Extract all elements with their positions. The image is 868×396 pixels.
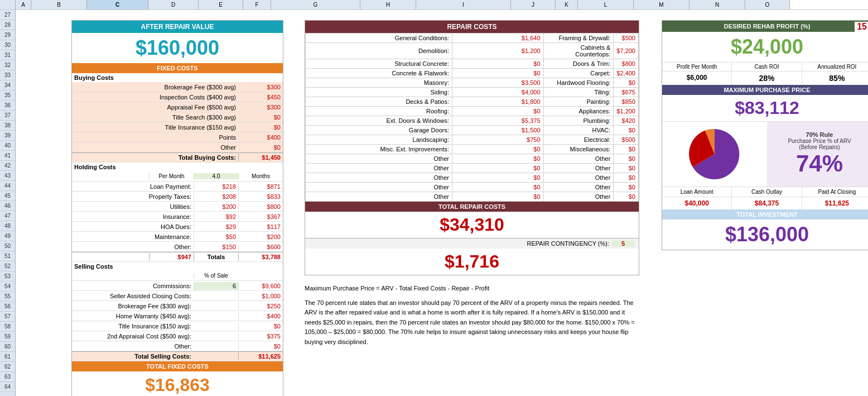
title-ins-sell-value[interactable]: $0: [238, 322, 283, 330]
repair-other1-value[interactable]: $0: [452, 154, 544, 164]
repair-other4-value[interactable]: $0: [452, 183, 544, 192]
rule-70-sublabel: Purchase Price % of ARV: [788, 138, 851, 144]
selling-row-1: Commissions: 6 $9,600: [72, 281, 283, 291]
desired-rehab-pct[interactable]: 15: [855, 22, 868, 32]
selling-other-label: Other:: [72, 342, 194, 350]
repair-other-r3-value[interactable]: $0: [614, 173, 639, 183]
property-taxes-pm[interactable]: $208: [194, 193, 238, 201]
carpet-value[interactable]: $2,400: [614, 69, 639, 78]
holding-other-label: Other:: [72, 243, 194, 251]
demolition-value[interactable]: $1,200: [452, 43, 544, 59]
cabinets-value[interactable]: $7,200: [614, 43, 639, 59]
tiling-value[interactable]: $675: [614, 88, 639, 97]
electrical-value[interactable]: $500: [614, 135, 639, 145]
months-header: Months: [238, 173, 283, 179]
appraisal-fee-value[interactable]: $300: [238, 103, 283, 111]
appraisal2-value[interactable]: $375: [238, 332, 283, 340]
brokerage-fee-value[interactable]: $300: [238, 83, 283, 91]
ext-doors-label: Ext. Doors & Windows:: [306, 116, 452, 126]
col-header-n: N: [689, 0, 745, 9]
insurance-pm[interactable]: $92: [194, 213, 238, 221]
warranty-value[interactable]: $400: [238, 312, 283, 320]
total-repair-costs-value: $34,310: [305, 212, 639, 238]
brokerage-sell-value[interactable]: $250: [238, 302, 283, 310]
holding-other-pm[interactable]: $150: [194, 243, 238, 251]
buying-other-value[interactable]: $0: [238, 144, 283, 151]
repair-other-r5-value[interactable]: $0: [614, 192, 639, 202]
holding-row-6: Maintenance: $50 $200: [72, 232, 283, 242]
title-search-value[interactable]: $0: [238, 113, 283, 121]
repair-other-r1-value[interactable]: $0: [614, 154, 639, 164]
col-header-g: G: [271, 0, 360, 9]
warranty-label: Home Warranty ($450 avg):: [72, 312, 194, 320]
hvac-label: HVAC:: [543, 126, 614, 135]
holding-rows: Loan Payment: $218 $871 Property Taxes: …: [72, 182, 283, 252]
misc-ext-label: Misc. Ext. Improvements:: [306, 145, 452, 154]
ext-doors-value[interactable]: $5,375: [452, 116, 544, 126]
doors-trim-value[interactable]: $800: [614, 59, 639, 69]
inspection-costs-value[interactable]: $450: [238, 93, 283, 101]
col-header-c: C: [87, 0, 148, 9]
repair-contingency-pct[interactable]: 5: [612, 240, 634, 247]
pie-chart: [687, 126, 742, 182]
holding-costs-label: Holding Costs: [72, 163, 283, 171]
repair-other3-value[interactable]: $0: [452, 173, 544, 183]
repair-tr-13: Other $0 Other $0: [306, 154, 639, 164]
repair-contingency-row: REPAIR CONTINGENCY (%): 5: [305, 238, 639, 249]
repair-tr-1: General Conditions: $1,640 Framing & Dry…: [306, 34, 639, 43]
concrete-value[interactable]: $0: [452, 69, 544, 78]
total-selling-costs-value: $11,625: [238, 352, 283, 360]
col-header-e: E: [199, 0, 243, 9]
months-value-cell[interactable]: 4.0: [194, 173, 238, 179]
repair-other-r2-value[interactable]: $0: [614, 164, 639, 173]
holding-row-2: Property Taxes: $208 $833: [72, 192, 283, 202]
title-insurance-value[interactable]: $0: [238, 123, 283, 131]
misc-ext-value[interactable]: $0: [452, 145, 544, 154]
maintenance-pm[interactable]: $50: [194, 233, 238, 241]
siding-label: Siding:: [306, 88, 452, 97]
loan-payment-pm[interactable]: $218: [194, 183, 238, 190]
buying-row-4: Title Search ($300 avg) $0: [72, 112, 283, 122]
structural-value[interactable]: $0: [452, 59, 544, 69]
repair-other-r4-value[interactable]: $0: [614, 183, 639, 192]
hardwood-value[interactable]: $0: [614, 78, 639, 88]
max-purchase-price-value: $83,112: [662, 95, 868, 121]
seller-assisted-value[interactable]: $1,000: [238, 292, 283, 300]
appliances-value[interactable]: $1,200: [614, 107, 639, 116]
miscellaneous-value[interactable]: $0: [614, 145, 639, 154]
repair-tr-16: Other $0 Other $0: [306, 183, 639, 192]
repair-other2-value[interactable]: $0: [452, 164, 544, 173]
row-48: 48: [0, 221, 15, 231]
commissions-pct[interactable]: 6: [194, 282, 238, 290]
loan-grid-values: $40,000 $84,375 $11,625: [662, 197, 868, 209]
total-investment-header: TOTAL INVESTMENT: [662, 209, 868, 220]
points-value[interactable]: $400: [238, 133, 283, 141]
hvac-value[interactable]: $0: [614, 126, 639, 135]
plumbing-value[interactable]: $420: [614, 116, 639, 126]
holding-row-7: Other: $150 $600: [72, 242, 283, 252]
col-header-o: O: [745, 0, 790, 9]
utilities-pm[interactable]: $200: [194, 203, 238, 211]
painting-value[interactable]: $850: [614, 97, 639, 107]
decks-value[interactable]: $1,800: [452, 97, 544, 107]
holding-row-1: Loan Payment: $218 $871: [72, 182, 283, 192]
selling-other-value[interactable]: $0: [238, 342, 283, 350]
hoa-pm[interactable]: $29: [194, 223, 238, 231]
row-56: 56: [0, 302, 15, 312]
garage-doors-value[interactable]: $1,500: [452, 126, 544, 135]
after-repair-value-header: AFTER REPAIR VALUE: [72, 21, 283, 33]
gen-conditions-value[interactable]: $1,640: [452, 34, 544, 43]
property-taxes-label: Property Taxes:: [72, 193, 194, 201]
repair-other5-value[interactable]: $0: [452, 192, 544, 202]
siding-value[interactable]: $4,000: [452, 88, 544, 97]
buying-other-label: Other: [72, 144, 238, 151]
row-36: 36: [0, 101, 15, 111]
carpet-label: Carpet:: [543, 69, 614, 78]
col-header-d: D: [148, 0, 199, 9]
after-repair-value[interactable]: $160,000: [72, 33, 283, 63]
roofing-value[interactable]: $0: [452, 107, 544, 116]
masonry-value[interactable]: $3,500: [452, 78, 544, 88]
landscaping-value[interactable]: $750: [452, 135, 544, 145]
framing-value[interactable]: $500: [614, 34, 639, 43]
rule-70-sublabel2: (Before Repairs): [799, 144, 840, 150]
